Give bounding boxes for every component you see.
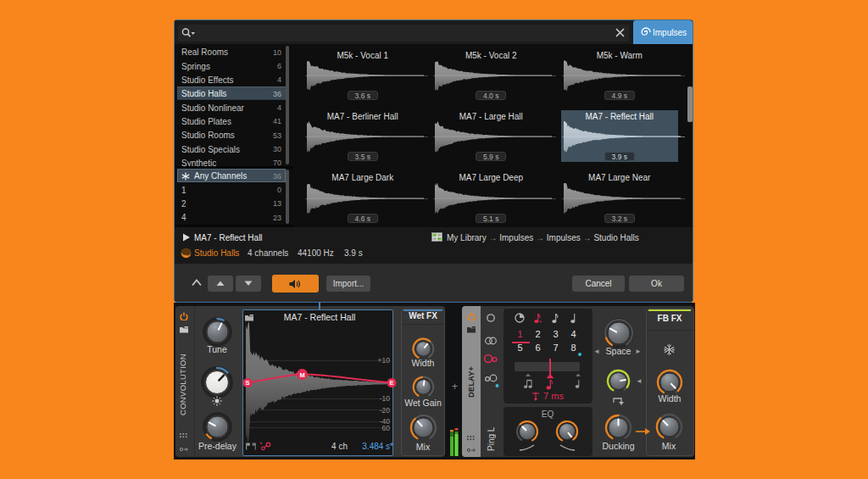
svg-text:M: M	[299, 371, 304, 379]
svg-text:E: E	[389, 379, 393, 387]
svg-text:S: S	[245, 379, 249, 387]
